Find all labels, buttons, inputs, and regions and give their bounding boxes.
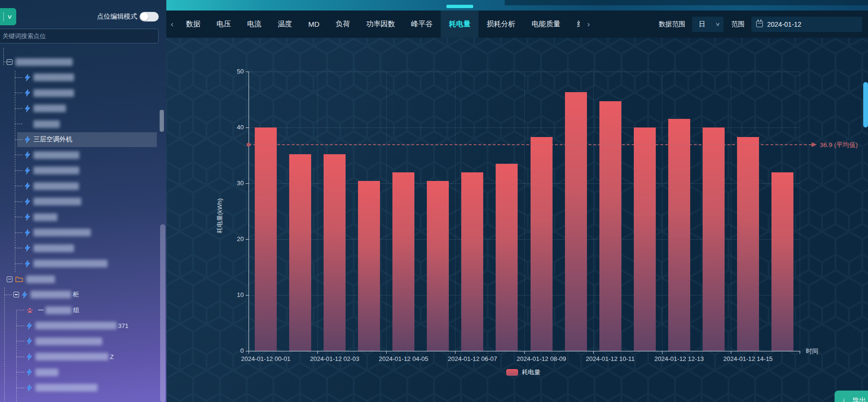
lightning-icon xyxy=(27,384,32,391)
collapse-icon[interactable] xyxy=(7,59,12,65)
tree-connector xyxy=(15,93,22,93)
gridline-vertical xyxy=(593,72,594,351)
tree-item[interactable]: 柜 xyxy=(0,287,159,302)
chart-legend[interactable]: 耗电量 xyxy=(506,368,541,377)
bar-2024-01-12 11-12 xyxy=(634,127,656,351)
masked-tree-label xyxy=(33,213,57,221)
tree-item-label: 三层空调外机 xyxy=(33,135,72,144)
tree-connector xyxy=(16,326,24,326)
masked-tree-label xyxy=(33,229,91,236)
tree-item[interactable] xyxy=(0,241,159,255)
tree-item[interactable] xyxy=(0,85,159,100)
folder-icon xyxy=(15,276,23,282)
tree-item[interactable] xyxy=(0,272,159,286)
tree-connector xyxy=(15,108,22,109)
sidebar-scrollbar-thumb[interactable] xyxy=(160,110,164,132)
x-axis-tick-label: 2024-01-12 02-03 xyxy=(301,355,368,362)
lightning-icon xyxy=(25,74,30,81)
masked-tree-label xyxy=(31,291,71,298)
tree-item[interactable] xyxy=(0,365,159,380)
tree-connector xyxy=(15,248,22,248)
tree-item-text: 一 xyxy=(38,306,44,315)
bar-2024-01-12 12-13 xyxy=(668,119,690,351)
edit-mode-toggle[interactable] xyxy=(140,12,159,21)
y-axis-tick-label: 50 xyxy=(225,68,244,75)
bar-2024-01-12 01-02 xyxy=(289,154,311,351)
gridline-vertical xyxy=(800,72,800,351)
x-axis-name: 时间 xyxy=(806,347,818,356)
tree-item[interactable] xyxy=(0,70,159,85)
chevron-down-icon: ∨ xyxy=(7,13,12,20)
gridline-vertical xyxy=(662,72,662,351)
tree-item[interactable] xyxy=(0,101,159,116)
window-scrollbar-thumb[interactable] xyxy=(863,82,868,127)
tree-item[interactable] xyxy=(0,116,159,131)
tree-item-text: 371 xyxy=(118,322,129,329)
bar-2024-01-12 06-07 xyxy=(461,172,483,351)
tree-connector xyxy=(16,357,24,357)
toggle-knob xyxy=(141,13,148,21)
y-axis-line xyxy=(249,72,249,351)
bar-2024-01-12 00-01 xyxy=(255,127,277,351)
tree-item[interactable]: 371 xyxy=(0,318,159,333)
average-line-dot xyxy=(247,143,250,147)
tree-item[interactable] xyxy=(0,334,159,349)
y-axis-tick-label: 40 xyxy=(225,124,244,131)
tree-connector xyxy=(15,217,22,217)
tree-item[interactable] xyxy=(0,194,159,209)
export-button[interactable]: ↓ 导出 xyxy=(835,391,868,402)
masked-tree-label xyxy=(35,384,98,391)
export-button-label: 导出 xyxy=(852,396,866,402)
edit-mode-label: 点位编辑模式 xyxy=(97,12,137,21)
legend-swatch xyxy=(506,369,518,376)
main-panel: ‹ 数据电压电流温度MD负荷功率因数峰平谷耗电量损耗分析电能质量纟 › 数据范围… xyxy=(166,0,868,402)
sidebar-scrollbar-track[interactable] xyxy=(160,224,165,402)
x-axis-tick-label: 2024-01-12 04-05 xyxy=(370,355,437,362)
bar-2024-01-12 02-03 xyxy=(324,154,346,351)
point-tree: 三层空调外机柜一组371Z xyxy=(0,46,166,402)
lightning-icon xyxy=(25,260,30,267)
tree-item-text: 组 xyxy=(73,306,79,315)
tree-item[interactable] xyxy=(0,148,159,162)
y-axis-tick-label: 10 xyxy=(225,291,244,298)
average-line-arrow xyxy=(812,142,817,147)
y-axis-tick-label: 20 xyxy=(225,235,244,243)
bar-2024-01-12 15-16 xyxy=(771,172,793,351)
masked-tree-label xyxy=(33,120,60,128)
gridline-vertical xyxy=(386,72,387,351)
search-input[interactable] xyxy=(0,29,159,43)
bar-2024-01-12 14-15 xyxy=(737,137,759,351)
lightning-icon xyxy=(27,338,32,345)
tree-item[interactable] xyxy=(0,163,159,178)
average-value-label: 36.9 (平均值) xyxy=(820,141,858,149)
average-line xyxy=(249,144,812,145)
bar-2024-01-12 09-10 xyxy=(565,92,587,351)
lightning-icon xyxy=(25,105,30,112)
y-axis-tick-label: 30 xyxy=(225,180,244,187)
tree-item[interactable] xyxy=(0,54,159,69)
x-axis-tick-label: 2024-01-12 14-15 xyxy=(715,355,781,362)
sidebar-dropdown-button[interactable]: ∨ xyxy=(0,8,16,25)
legend-series-name: 耗电量 xyxy=(522,368,541,377)
tree-item[interactable]: Z xyxy=(0,349,159,364)
tree-item[interactable] xyxy=(0,179,159,193)
lightning-icon xyxy=(27,353,32,360)
collapse-icon[interactable] xyxy=(13,292,19,297)
y-axis-tick-label: 0 xyxy=(225,347,244,354)
tree-connector xyxy=(15,124,22,124)
tree-item[interactable] xyxy=(0,225,159,240)
gridline-vertical xyxy=(524,72,525,351)
tree-connector xyxy=(15,201,22,202)
tree-item[interactable]: 一组 xyxy=(0,303,159,317)
tree-item[interactable] xyxy=(0,381,159,395)
gridline-vertical xyxy=(731,72,731,351)
tree-item[interactable] xyxy=(0,256,159,271)
collapse-icon[interactable] xyxy=(7,276,12,282)
tree-item[interactable] xyxy=(0,210,159,224)
lightning-icon xyxy=(25,244,30,252)
bar-2024-01-12 10-11 xyxy=(599,101,621,351)
masked-tree-label xyxy=(33,198,81,205)
tree-item-selected[interactable]: 三层空调外机 xyxy=(0,132,159,147)
lightning-icon xyxy=(27,322,32,329)
masked-tree-label xyxy=(33,260,108,267)
